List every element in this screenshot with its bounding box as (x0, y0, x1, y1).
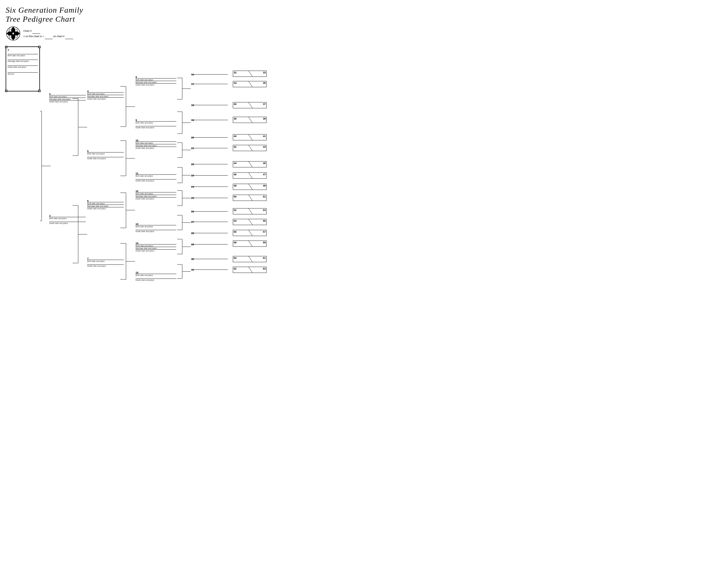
person-18-number: 18 (191, 104, 194, 106)
person-10-marriage: Marriage date and place (136, 145, 157, 147)
person-12-number: 12 (136, 190, 138, 193)
person-10-number: 10 (136, 139, 138, 142)
chart-line1-end: on chart # (53, 35, 64, 38)
svg-line-75 (249, 219, 253, 225)
slash-62-63 (233, 267, 266, 273)
slash-34-35 (233, 81, 266, 87)
person-28: 28 (191, 232, 228, 233)
svg-line-72 (249, 184, 253, 190)
person-54-55-box: 54 55 (233, 219, 266, 225)
slash-42-43 (233, 145, 266, 151)
person-39-number: 39 (263, 118, 266, 120)
chart-num-label: Chart # (23, 29, 32, 32)
person-2: 2 Birth date and place Marriage date and… (49, 93, 86, 101)
person-17: 17 (191, 83, 228, 84)
person-10-birth: Birth date and place (136, 142, 153, 144)
person-9: 9 Birth date and place Death date and pl… (136, 119, 176, 127)
person-17-number: 17 (191, 83, 194, 85)
person-24-number: 24 (191, 186, 194, 188)
person-19-number: 19 (191, 119, 194, 122)
person-29-number: 29 (191, 243, 194, 246)
person-30: 30 (191, 258, 228, 259)
person-34-35-box: 34 35 (233, 81, 266, 87)
person-36-37-box: 36 37 (233, 102, 266, 108)
person-4-death: Death date and place (87, 98, 106, 100)
header-area: Six Generation Family Tree Pedigree Char… (6, 6, 332, 44)
person-52-53-box: 52 53 (233, 208, 266, 214)
person-61-number: 61 (263, 257, 266, 260)
person-44-45-box: 44 45 (233, 161, 266, 167)
person-6: 6 Birth date and place Marriage date and… (87, 200, 124, 208)
person-33-number: 33 (263, 71, 266, 74)
person-32-33-box: 32 33 (233, 71, 266, 77)
person-25-number: 25 (191, 197, 194, 200)
person-1-box: 1 Birth date and place Marriage date and… (6, 47, 40, 91)
person-5: 5 Birth date and place Death date and pl… (87, 150, 124, 158)
person-26-number: 26 (191, 210, 194, 213)
person-6-number: 6 (87, 200, 89, 202)
header-left: Six Generation Family Tree Pedigree Char… (6, 6, 96, 44)
svg-point-3 (12, 32, 14, 34)
slash-50-51 (233, 195, 266, 201)
person-8-number: 8 (136, 76, 137, 78)
person-57-number: 57 (263, 231, 266, 233)
person-3: 3 Birth date and place Death date and pl… (49, 215, 86, 222)
person-4: 4 Birth date and place Marriage date and… (87, 90, 124, 98)
person-31: 31 (191, 269, 228, 270)
person-14: 14 Birth date and place Marriage date an… (136, 242, 176, 250)
person-9-birth: Birth date and place (136, 122, 153, 124)
person-10: 10 Birth date and place Marriage date an… (136, 139, 176, 147)
person-11-birth: Birth date and place (136, 175, 153, 177)
slash-52-53 (233, 209, 266, 214)
person-4-marriage: Marriage date and place (87, 95, 108, 98)
person-19: 19 (191, 119, 228, 120)
person-7-number: 7 (87, 258, 89, 260)
person-6-marriage: Marriage date and place (87, 205, 108, 207)
person-23: 23 (191, 174, 228, 175)
svg-line-68 (249, 135, 253, 140)
person-27-number: 27 (191, 221, 194, 223)
person-41-number: 41 (263, 135, 266, 138)
person-20-number: 20 (191, 136, 194, 139)
person-13-death: Death date and place (136, 230, 154, 233)
person-14-death: Death date and place (136, 250, 154, 252)
slash-60-61 (233, 256, 266, 262)
person-3-death: Death date and place (49, 222, 68, 224)
title: Six Generation Family Tree Pedigree Char… (6, 6, 96, 24)
person-38-39-box: 38 39 (233, 117, 266, 123)
person-24: 24 (191, 186, 228, 187)
svg-line-78 (249, 256, 253, 262)
person-8-marriage: Marriage date and place (136, 81, 157, 84)
person-22-number: 22 (191, 163, 194, 166)
svg-line-66 (249, 102, 253, 108)
person-1-death-label: Death date and place (8, 66, 38, 68)
person-1-marriage-label: Marriage date and place (8, 60, 38, 63)
person-21: 21 (191, 147, 228, 148)
slash-58-59 (233, 241, 266, 246)
svg-line-70 (249, 161, 253, 167)
person-30-number: 30 (191, 258, 194, 261)
page: Six Generation Family Tree Pedigree Char… (6, 6, 332, 305)
person-29: 29 (191, 243, 228, 244)
slash-40-41 (233, 135, 266, 140)
slash-54-55 (233, 219, 266, 225)
svg-line-67 (249, 117, 253, 123)
person-63-number: 63 (263, 268, 266, 270)
slash-56-57 (233, 230, 266, 236)
slash-32-33 (233, 71, 266, 77)
svg-line-76 (249, 230, 253, 236)
person-16: 16 (191, 73, 228, 75)
slash-44-45 (233, 161, 266, 167)
person-7-birth: Birth date and place (87, 260, 104, 263)
slash-46-47 (233, 173, 266, 178)
person-1-number: 1 (8, 49, 9, 51)
svg-line-71 (249, 173, 253, 178)
svg-line-64 (249, 71, 253, 77)
person-18: 18 (191, 104, 228, 105)
person-58-59-box: 58 59 (233, 240, 266, 247)
chart-info: Chart # 1 on this chart is = on chart # (23, 28, 73, 39)
person-45-number: 45 (263, 162, 266, 165)
person-4-birth: Birth date and place (87, 93, 104, 95)
svg-line-65 (249, 81, 253, 87)
person-6-birth: Birth date and place (87, 203, 104, 205)
